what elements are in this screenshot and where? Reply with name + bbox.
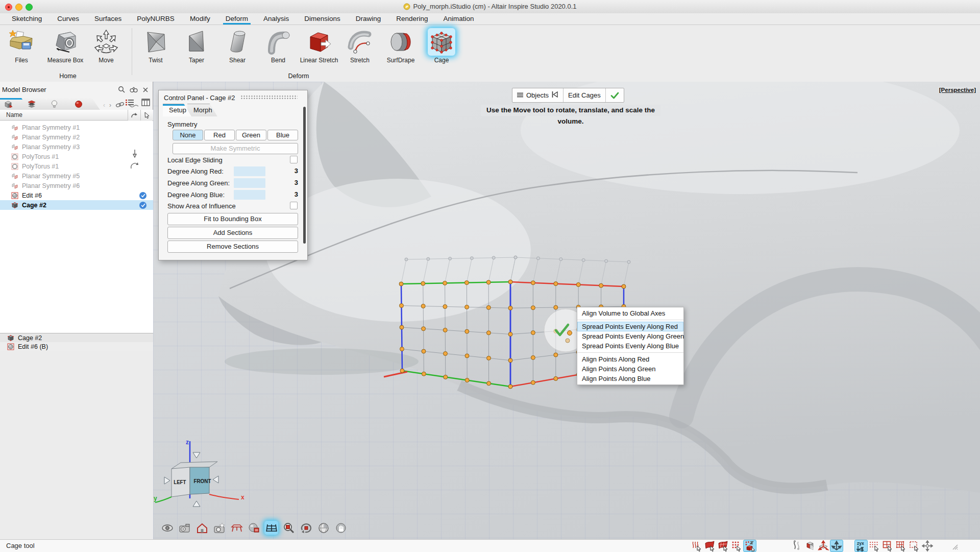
close-panel-icon[interactable] (142, 86, 149, 95)
selection-item-cage[interactable]: Cage #2 (0, 333, 153, 342)
snap-curves-icon[interactable] (790, 540, 803, 552)
menu-dimensions[interactable]: Dimensions (297, 13, 348, 25)
select-surfaces-icon[interactable] (703, 540, 717, 552)
select-points-icon[interactable] (730, 540, 743, 552)
resize-grip[interactable] (947, 540, 961, 552)
tool-stretch[interactable]: Stretch (339, 27, 380, 64)
menu-item-spread-red[interactable]: Spread Points Evenly Along Red (577, 322, 683, 331)
remove-sections-button[interactable]: Remove Sections (167, 241, 298, 253)
add-sections-button[interactable]: Add Sections (167, 227, 298, 239)
tree-item-planar-symmetry-2[interactable]: Planar Symmetry #2 (0, 132, 153, 142)
tool-twist[interactable]: Twist (135, 27, 176, 64)
grid-select-icon[interactable] (894, 540, 908, 552)
menu-item-align-volume[interactable]: Align Volume to Global Axes (577, 308, 683, 318)
camera-view-icon[interactable] (178, 521, 191, 535)
menu-item-align-green[interactable]: Align Points Along Green (577, 364, 683, 374)
grid-toggle-icon[interactable] (264, 521, 278, 535)
degree-green-slider[interactable] (234, 178, 265, 188)
triad-zyx-icon[interactable]: zyx (854, 540, 868, 552)
menu-item-align-blue[interactable]: Align Points Along Blue (577, 374, 683, 383)
symmetry-green-button[interactable]: Green (236, 130, 266, 140)
degree-blue-slider[interactable] (234, 190, 265, 200)
pointer-select-icon[interactable] (140, 110, 153, 121)
menu-modify[interactable]: Modify (182, 13, 218, 25)
table-view-icon[interactable] (141, 99, 150, 108)
visibility-check-badge[interactable] (139, 192, 146, 199)
visibility-eye-icon[interactable] (160, 521, 174, 535)
lasso-select-icon[interactable] (908, 540, 921, 552)
tab-materials[interactable] (70, 98, 100, 110)
menu-surfaces[interactable]: Surfaces (87, 13, 129, 25)
tree-item-polytorus-1[interactable]: PolyTorus #1 (0, 152, 153, 161)
zoom-selected-icon[interactable] (282, 521, 296, 535)
tab-setup[interactable]: Setup (163, 104, 191, 116)
select-point-grid-icon[interactable] (868, 540, 881, 552)
menu-deform[interactable]: Deform (218, 13, 256, 25)
rotate-right-arrow[interactable] (213, 476, 218, 483)
menu-curves[interactable]: Curves (50, 13, 87, 25)
tool-shear[interactable]: Shear (217, 27, 258, 64)
tool-bend[interactable]: Bend (258, 27, 299, 64)
select-curves-icon[interactable] (690, 540, 703, 552)
view-cube[interactable]: z LEFT FRONT y x (154, 439, 244, 507)
confirm-button[interactable] (606, 88, 624, 102)
tree-item-planar-symmetry-5[interactable]: Planar Symmetry #5 (0, 171, 153, 181)
history-forward-icon[interactable]: › (109, 102, 111, 109)
tool-taper[interactable]: Taper (176, 27, 217, 64)
snapshot-icon[interactable] (212, 521, 226, 535)
symmetry-none-button[interactable]: None (173, 130, 203, 140)
window-select-icon[interactable] (881, 540, 894, 552)
select-faces-icon[interactable] (717, 540, 730, 552)
search-icon[interactable] (118, 86, 125, 95)
select-objects-icon[interactable] (743, 540, 756, 552)
tree-item-planar-symmetry-1[interactable]: Planar Symmetry #1 (0, 123, 153, 132)
panel-scrollbar[interactable] (303, 107, 306, 244)
objects-mode-button[interactable]: Objects (512, 88, 563, 102)
rotate-left-arrow[interactable] (164, 477, 170, 484)
tool-move[interactable]: Move (86, 27, 127, 64)
tree-item-cage-2[interactable]: Cage #2 (0, 200, 153, 210)
tool-files[interactable]: Files (1, 27, 42, 64)
list-view-icon[interactable] (125, 99, 134, 108)
home-view-icon[interactable] (195, 521, 209, 535)
tree-column-header[interactable]: Name (0, 110, 153, 121)
rotate-up-arrow[interactable] (193, 501, 200, 507)
tree-item-edit-6[interactable]: Edit #6 (0, 190, 153, 200)
menu-polynurbs[interactable]: PolyNURBS (129, 13, 182, 25)
find-binoculars-icon[interactable] (130, 86, 138, 95)
selection-item-edit[interactable]: Edit #6 (B) (0, 342, 153, 351)
tool-linear-stretch[interactable]: Linear Stretch (299, 27, 339, 64)
menu-sketching[interactable]: Sketching (4, 13, 50, 25)
show-area-checkbox[interactable] (290, 202, 298, 209)
collapse-left-icon[interactable] (552, 91, 558, 99)
menu-item-align-red[interactable]: Align Points Along Red (577, 354, 683, 364)
redo-filter-icon[interactable] (128, 110, 140, 121)
menu-animation[interactable]: Animation (436, 13, 482, 25)
panel-drag-handle[interactable] (240, 95, 298, 100)
tool-surfdrape[interactable]: SurfDrape (380, 27, 421, 64)
history-back-icon[interactable]: ‹ (103, 102, 105, 109)
menu-rendering[interactable]: Rendering (388, 13, 435, 25)
make-symmetric-button[interactable]: Make Symmetric (173, 143, 298, 154)
visibility-check-badge[interactable] (139, 202, 146, 209)
rotate-view-icon[interactable] (299, 521, 313, 535)
axis-arrow-icon[interactable] (830, 540, 843, 552)
material-preview-icon[interactable] (247, 521, 261, 535)
symmetry-blue-button[interactable]: Blue (267, 130, 298, 140)
move-crosshair-icon[interactable] (921, 540, 934, 552)
projection-mode-label[interactable]: [Perspective] (938, 87, 977, 93)
menu-item-spread-green[interactable]: Spread Points Evenly Along Green (577, 331, 683, 341)
tool-cage[interactable]: Cage (421, 27, 462, 64)
snap-normal-icon[interactable] (817, 540, 830, 552)
car-model[interactable] (218, 82, 980, 493)
symmetry-red-button[interactable]: Red (204, 130, 235, 140)
fit-to-bounding-box-button[interactable]: Fit to Bounding Box (167, 213, 298, 225)
tree-item-planar-symmetry-3[interactable]: Planar Symmetry #3 (0, 142, 153, 152)
local-edge-sliding-checkbox[interactable] (290, 156, 298, 163)
menu-drawing[interactable]: Drawing (348, 13, 389, 25)
edit-cages-button[interactable]: Edit Cages (564, 88, 605, 102)
rotate-down-arrow[interactable] (193, 452, 200, 458)
tool-measure-box[interactable]: Measure Box (45, 27, 86, 64)
tree-item-planar-symmetry-6[interactable]: Planar Symmetry #6 (0, 181, 153, 190)
menu-analysis[interactable]: Analysis (256, 13, 297, 25)
